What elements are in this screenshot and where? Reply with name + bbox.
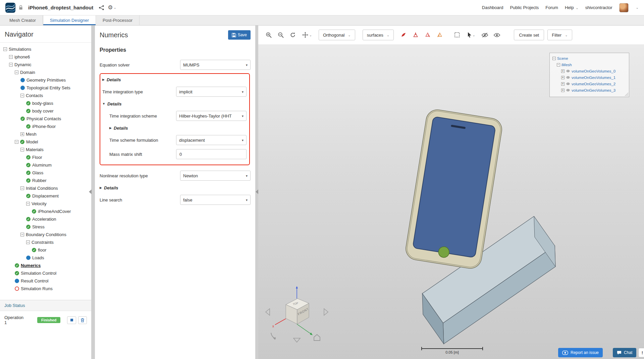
collapse-icon[interactable]: − <box>26 240 30 244</box>
mass-matrix-shift-input[interactable] <box>176 149 247 159</box>
clip-plane-z-button[interactable] <box>435 30 445 40</box>
probe-point-button[interactable] <box>398 30 409 40</box>
tree-item-floor[interactable]: ✓floor <box>0 246 91 254</box>
app-logo[interactable] <box>5 3 15 13</box>
collapse-icon[interactable]: − <box>20 94 24 97</box>
time-integration-scheme-select[interactable]: Hilber-Hughes-Taylor (HHT▾ <box>176 111 247 121</box>
expand-icon[interactable]: + <box>561 82 565 86</box>
tree-item-simulations[interactable]: −Simulations <box>0 45 91 53</box>
show-all-button[interactable] <box>492 30 502 40</box>
navigation-cube[interactable]: x TOP FRONT <box>265 285 329 346</box>
pan-tool-button[interactable]: ⌄ <box>300 30 314 40</box>
tree-item-mesh[interactable]: +Mesh <box>0 130 91 138</box>
collapse-icon[interactable]: − <box>15 140 18 144</box>
zoom-out-button[interactable] <box>276 30 286 40</box>
scene-tree-overlay[interactable]: −Scene−iMesh+volumeOnGeoVolumes_0+volume… <box>549 53 629 97</box>
viewport-canvas[interactable]: −Scene−iMesh+volumeOnGeoVolumes_0+volume… <box>258 44 644 359</box>
tree-item-simulation-control[interactable]: ✓Simulation Control <box>0 269 91 277</box>
chevron-down-icon[interactable]: ⌄ <box>636 6 639 9</box>
tree-item-stress[interactable]: ✓Stress <box>0 223 91 231</box>
collapse-icon[interactable]: − <box>26 202 30 206</box>
details-toggle[interactable]: ▼Details <box>102 99 247 109</box>
tree-item-constraints[interactable]: −Constraints <box>0 238 91 246</box>
nav-public-projects[interactable]: Public Projects <box>510 5 539 10</box>
scene-tree-item-scene[interactable]: −Scene <box>552 55 626 61</box>
box-select-button[interactable] <box>452 30 462 40</box>
tree-item-body-glass[interactable]: ✓body-glass <box>0 99 91 107</box>
projection-dropdown[interactable]: Orthogonal⌄ <box>319 30 355 40</box>
scene-tree-item-volumeongeovolumes-2[interactable]: +volumeOnGeoVolumes_2 <box>552 81 626 87</box>
tree-item-floor[interactable]: ✓Floor <box>0 153 91 161</box>
tree-item-domain[interactable]: −Domain <box>0 69 91 76</box>
tree-item-physical-contacts[interactable]: ✓Physical Contacts <box>0 115 91 123</box>
chat-button[interactable]: Chat <box>613 348 636 357</box>
notification-box[interactable]: ! <box>638 348 644 357</box>
collapse-icon[interactable]: − <box>3 47 7 51</box>
tree-item-iphone6[interactable]: −iphone6 <box>0 53 91 61</box>
tab-post-processor[interactable]: Post-Processor <box>96 15 140 25</box>
tree-item-simulation-runs[interactable]: Simulation Runs <box>0 285 91 293</box>
collapse-icon[interactable]: − <box>15 71 18 74</box>
scene-tree-item-volumeongeovolumes-0[interactable]: +volumeOnGeoVolumes_0 <box>552 68 626 74</box>
visibility-eye-icon[interactable] <box>566 76 570 79</box>
save-button[interactable]: Save <box>228 30 251 40</box>
properties-collapse-handle[interactable] <box>256 189 258 194</box>
collapse-icon[interactable]: − <box>557 63 560 66</box>
create-set-button[interactable]: Create set <box>514 30 544 40</box>
collapse-icon[interactable]: − <box>9 55 13 59</box>
tab-mesh-creator[interactable]: Mesh Creator <box>3 15 43 25</box>
clip-plane-y-button[interactable] <box>423 30 433 40</box>
tree-item-acceleration[interactable]: ✓Acceleration <box>0 215 91 223</box>
details-toggle[interactable]: ▶Details <box>100 183 251 193</box>
settings-gear-icon[interactable]: ⚙⌄ <box>108 4 116 11</box>
zoom-in-button[interactable] <box>264 30 274 40</box>
tree-item-result-control[interactable]: Result Control <box>0 277 91 285</box>
details-toggle[interactable]: ▶Details <box>102 75 247 85</box>
stop-job-button[interactable] <box>67 316 76 324</box>
tree-item-iphoneandcover[interactable]: ✓iPhoneAndCover <box>0 208 91 215</box>
scene-tree-item-volumeongeovolumes-3[interactable]: +volumeOnGeoVolumes_3 <box>552 87 626 93</box>
visibility-eye-icon[interactable] <box>566 82 570 85</box>
equation-solver-select[interactable]: MUMPS▾ <box>180 60 251 70</box>
tree-item-glass[interactable]: ✓Glass <box>0 169 91 177</box>
tab-simulation-designer[interactable]: Simulation Designer <box>43 15 96 25</box>
tree-item-rubber[interactable]: ✓Rubber <box>0 177 91 184</box>
expand-icon[interactable]: + <box>561 76 565 79</box>
resize-handle[interactable] <box>625 93 628 96</box>
avatar[interactable] <box>619 3 629 12</box>
expand-icon[interactable]: + <box>561 70 565 73</box>
tree-item-body-cover[interactable]: ✓body cover <box>0 107 91 115</box>
scene-tree-item-imesh[interactable]: −iMesh <box>552 61 626 68</box>
collapse-icon[interactable]: − <box>20 186 24 190</box>
nav-dashboard[interactable]: Dashboard <box>482 5 503 10</box>
visibility-eye-icon[interactable] <box>566 70 570 73</box>
collapse-icon[interactable]: − <box>20 148 24 151</box>
tree-item-geometry-primitives[interactable]: Geometry Primitives <box>0 76 91 84</box>
collapse-icon[interactable]: − <box>552 57 556 60</box>
share-icon[interactable] <box>99 5 104 10</box>
expand-icon[interactable]: + <box>20 132 24 136</box>
visibility-eye-icon[interactable] <box>566 89 570 92</box>
report-issue-button[interactable]: Report an issue <box>558 348 603 357</box>
tree-item-aluminum[interactable]: ✓Aluminum <box>0 161 91 169</box>
details-toggle[interactable]: ▶Details <box>109 123 247 133</box>
clip-plane-x-button[interactable] <box>411 30 421 40</box>
nonlinear-resolution-type-select[interactable]: Newton▾ <box>180 171 251 181</box>
render-mode-dropdown[interactable]: surfaces⌄ <box>363 30 394 40</box>
tree-item-loads[interactable]: Loads <box>0 254 91 262</box>
collapse-icon[interactable]: − <box>20 233 24 236</box>
delete-job-button[interactable] <box>78 316 87 324</box>
time-scheme-formulation-select[interactable]: displacement▾ <box>176 135 247 145</box>
scene-tree-item-volumeongeovolumes-1[interactable]: +volumeOnGeoVolumes_1 <box>552 74 626 81</box>
tree-item-initial-conditions[interactable]: −Initial Conditions <box>0 184 91 192</box>
tree-item-dynamic[interactable]: −Dynamic <box>0 61 91 69</box>
nav-help[interactable]: Help ⌄ <box>565 5 579 10</box>
collapse-icon[interactable]: − <box>9 63 13 66</box>
tree-item-displacement[interactable]: ✓Displacement <box>0 192 91 200</box>
refresh-view-button[interactable] <box>288 30 298 40</box>
navigator-collapse-handle[interactable] <box>89 189 92 194</box>
tree-item-model[interactable]: −✓Model <box>0 138 91 146</box>
tree-item-contacts[interactable]: −Contacts <box>0 92 91 99</box>
time-integration-type-select[interactable]: implicit▾ <box>176 87 247 97</box>
select-tool-button[interactable]: ⌄ <box>464 30 478 40</box>
